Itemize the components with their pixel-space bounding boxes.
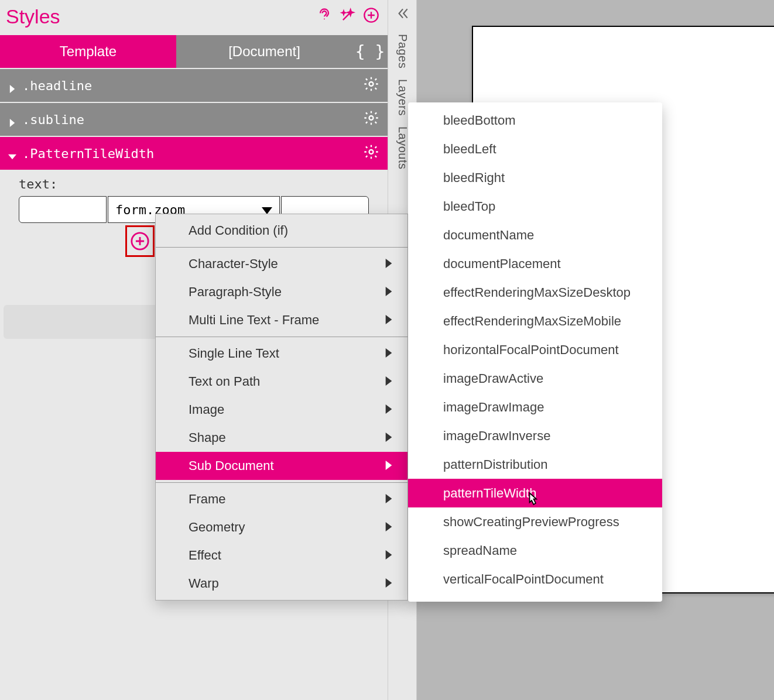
submenu-item[interactable]: bleedLeft: [408, 135, 662, 163]
submenu-item[interactable]: effectRenderingMaxSizeMobile: [408, 307, 662, 335]
chevron-right-icon: [385, 346, 392, 361]
submenu-item[interactable]: effectRenderingMaxSizeDesktop: [408, 278, 662, 307]
submenu-item[interactable]: bleedBottom: [408, 106, 662, 135]
chevron-right-icon: [385, 548, 392, 563]
svg-point-4: [369, 150, 374, 154]
property-input-left[interactable]: [19, 196, 107, 223]
add-icon[interactable]: [363, 7, 379, 26]
style-row-patterntilewidth[interactable]: .PatternTileWidth: [0, 137, 388, 170]
chevron-right-icon: [385, 402, 392, 417]
svg-point-0: [324, 18, 325, 19]
style-name: .subline: [22, 112, 84, 127]
tab-code[interactable]: { }: [352, 35, 388, 68]
ctx-geometry[interactable]: Geometry: [156, 513, 407, 541]
vtab-layers[interactable]: Layers: [396, 79, 409, 116]
gear-icon[interactable]: [363, 76, 379, 95]
submenu-item[interactable]: patternTileWidth: [408, 479, 662, 507]
submenu-item[interactable]: bleedTop: [408, 192, 662, 221]
ctx-multi-line-text[interactable]: Multi Line Text - Frame: [156, 306, 407, 334]
add-condition-highlighted[interactable]: [125, 225, 155, 257]
vtab-pages[interactable]: Pages: [396, 34, 409, 68]
chevron-right-icon: [385, 313, 392, 328]
help-icon[interactable]: [316, 7, 333, 26]
ctx-single-line-text[interactable]: Single Line Text: [156, 339, 407, 368]
style-row-headline[interactable]: .headline: [0, 69, 388, 102]
chevron-right-icon: [385, 520, 392, 535]
submenu-item[interactable]: imageDrawInverse: [408, 421, 662, 450]
gear-icon[interactable]: [363, 144, 379, 163]
panel-header: Styles: [0, 0, 388, 35]
ctx-sub-document[interactable]: Sub Document: [156, 452, 407, 480]
submenu-item[interactable]: showCreatingPreviewProgress: [408, 507, 662, 536]
ctx-frame[interactable]: Frame: [156, 485, 407, 513]
style-name: .headline: [22, 78, 92, 93]
chevron-down-icon: [8, 149, 16, 157]
ctx-character-style[interactable]: Character-Style: [156, 250, 407, 278]
submenu-item[interactable]: verticalFocalPointDocument: [408, 565, 662, 593]
chevron-right-icon: [385, 256, 392, 272]
context-menu: Add Condition (if) Character-Style Parag…: [155, 214, 408, 601]
chevron-right-icon: [385, 492, 392, 507]
ctx-add-condition[interactable]: Add Condition (if): [156, 217, 407, 245]
tab-template[interactable]: Template: [0, 35, 176, 68]
ctx-warp[interactable]: Warp: [156, 569, 407, 598]
header-icons: [316, 7, 379, 26]
chevron-right-icon: [385, 458, 392, 473]
submenu-item[interactable]: imageDrawImage: [408, 393, 662, 421]
ctx-shape[interactable]: Shape: [156, 424, 407, 452]
submenu-item[interactable]: bleedRight: [408, 163, 662, 192]
style-row-subline[interactable]: .subline: [0, 103, 388, 136]
submenu-item[interactable]: documentName: [408, 221, 662, 249]
chevron-right-icon: [8, 115, 16, 123]
submenu-item[interactable]: imageDrawActive: [408, 364, 662, 393]
svg-point-2: [369, 82, 374, 86]
ctx-effect[interactable]: Effect: [156, 541, 407, 569]
chevron-right-icon: [385, 374, 392, 389]
chevron-right-icon: [385, 576, 392, 591]
ctx-image[interactable]: Image: [156, 396, 407, 424]
submenu-item[interactable]: patternDistribution: [408, 450, 662, 479]
collapse-panel-icon[interactable]: [395, 6, 410, 23]
submenu-item[interactable]: documentPlacement: [408, 249, 662, 278]
panel-title: Styles: [6, 5, 60, 28]
gear-icon[interactable]: [363, 110, 379, 129]
chevron-right-icon: [8, 81, 16, 90]
svg-point-3: [369, 116, 374, 120]
tab-document[interactable]: [Document]: [176, 35, 352, 68]
style-name: .PatternTileWidth: [22, 146, 154, 161]
vtab-layouts[interactable]: Layouts: [396, 126, 409, 170]
submenu: bleedBottombleedLeftbleedRightbleedTopdo…: [408, 102, 662, 602]
tabs-row: Template [Document] { }: [0, 35, 388, 68]
submenu-item[interactable]: spreadName: [408, 536, 662, 565]
property-label: text:: [19, 177, 369, 191]
chevron-right-icon: [385, 430, 392, 445]
magic-wand-icon[interactable]: [340, 7, 356, 26]
chevron-right-icon: [385, 284, 392, 300]
ctx-paragraph-style[interactable]: Paragraph-Style: [156, 278, 407, 306]
submenu-item[interactable]: horizontalFocalPointDocument: [408, 335, 662, 364]
ctx-text-on-path[interactable]: Text on Path: [156, 368, 407, 396]
